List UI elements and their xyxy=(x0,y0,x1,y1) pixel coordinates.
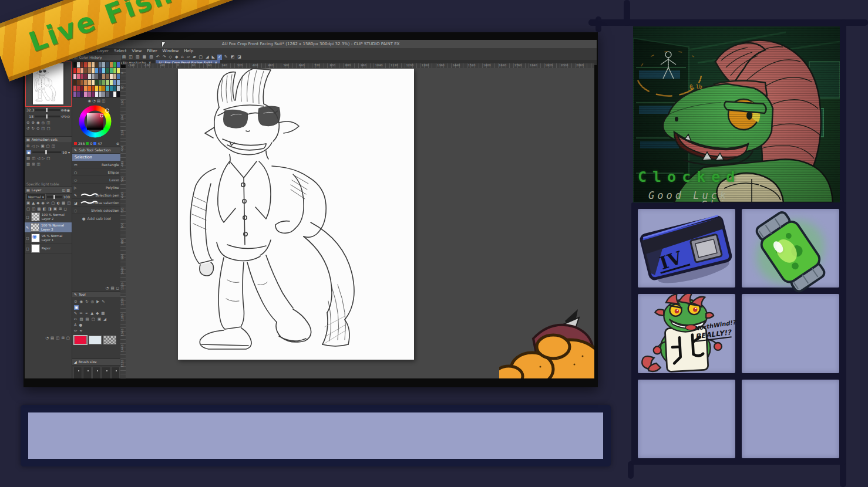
subtool-item-rectangle[interactable]: ▭Rectangle xyxy=(72,161,121,168)
color-swatch[interactable] xyxy=(77,74,80,79)
zoom-buttons[interactable]: ⊖⊕◉ xyxy=(61,108,70,112)
subtool-item-polyline[interactable]: ▷Polyline xyxy=(72,184,121,191)
color-swatch[interactable] xyxy=(117,68,120,73)
panel-icon[interactable]: ◫ xyxy=(32,207,35,211)
color-swatch[interactable] xyxy=(110,62,113,67)
toolbar-icon[interactable]: ◣ xyxy=(211,55,216,60)
color-swatch[interactable] xyxy=(92,80,95,85)
subtool-item-lasso[interactable]: ◌Lasso xyxy=(72,176,121,184)
color-swatch[interactable] xyxy=(73,80,76,85)
panel-icon[interactable]: ◧ xyxy=(42,207,46,211)
panel-icon[interactable]: ▤ xyxy=(86,317,89,322)
panel-icon[interactable]: ▢ xyxy=(51,201,55,205)
color-swatch[interactable] xyxy=(77,68,80,73)
color-swatch[interactable] xyxy=(95,68,98,73)
panel-icon[interactable]: ▲ xyxy=(32,201,35,205)
panel-icon[interactable]: ◉ xyxy=(36,120,40,125)
color-swatch[interactable] xyxy=(113,68,116,73)
toolbar-icon[interactable]: ▧ xyxy=(149,55,154,60)
panel-icon[interactable]: ⊘ xyxy=(46,201,49,205)
color-swatch[interactable] xyxy=(73,62,76,67)
tool-row[interactable]: ✂▨▤▢▣◢ xyxy=(73,316,120,322)
toolbar-icon[interactable]: ▱ xyxy=(186,55,190,60)
panel-icon[interactable]: ◻ xyxy=(116,286,119,290)
animation-folder-row[interactable]: ▤◫◁▷▢ xyxy=(25,155,72,161)
panel-icon[interactable]: ● xyxy=(79,323,82,327)
color-swatch[interactable] xyxy=(106,74,109,79)
panel-icon[interactable]: ✎ xyxy=(74,311,77,316)
color-swatch[interactable] xyxy=(92,86,95,91)
rotate-track[interactable] xyxy=(35,116,60,117)
subtool-footer-buttons[interactable]: ◔▤◻ xyxy=(72,285,121,291)
selection-tool-active[interactable]: ▣ xyxy=(74,305,79,310)
cel-track[interactable] xyxy=(32,151,62,153)
toolbar-icon[interactable]: ◇ xyxy=(169,55,173,60)
panel-icon[interactable]: ▷ xyxy=(36,144,39,148)
animation-extra-row[interactable]: ▥⊞◫ xyxy=(25,161,72,167)
panel-icon[interactable]: ↺ xyxy=(26,126,29,131)
panel-icon[interactable]: ▣ xyxy=(97,317,101,322)
brush-size-option[interactable]: 1.5 xyxy=(92,367,101,378)
color-swatch[interactable] xyxy=(80,68,83,73)
panel-icon[interactable]: ▣ xyxy=(53,207,57,211)
color-swatch[interactable] xyxy=(77,92,80,97)
color-swatch[interactable] xyxy=(84,92,87,97)
navigator-rotate-slider[interactable]: 18 ↺↻⊙ xyxy=(25,113,72,120)
panel-icon[interactable]: ⊙ xyxy=(74,299,77,304)
panel-icon[interactable]: ◫ xyxy=(52,144,55,148)
inventory-slot-empty[interactable] xyxy=(742,380,839,458)
panel-icon[interactable]: ▢ xyxy=(26,207,30,211)
color-swatch[interactable] xyxy=(102,68,105,73)
panel-icon[interactable]: ▦ xyxy=(62,201,65,205)
panel-icon[interactable]: ▷ xyxy=(42,156,45,161)
color-swatch[interactable] xyxy=(110,68,113,73)
color-swatch[interactable] xyxy=(92,68,95,73)
color-swatch[interactable] xyxy=(92,92,95,97)
color-swatch[interactable] xyxy=(110,92,113,97)
toolbar-icon[interactable]: ✓ xyxy=(217,55,222,60)
panel-icon[interactable]: ◐ xyxy=(56,201,60,205)
layer-tool-row[interactable]: ▣▲◆◉⊘▢◐▦◫ xyxy=(25,200,72,206)
panel-icon[interactable]: ◆ xyxy=(36,201,39,205)
add-subtool-row[interactable]: ● Add sub tool xyxy=(72,214,121,222)
color-swatch[interactable] xyxy=(80,74,83,79)
panel-icon[interactable]: ◫ xyxy=(37,162,41,167)
panel-icon[interactable]: ↻ xyxy=(31,126,34,131)
color-swatch[interactable] xyxy=(99,74,102,79)
panel-icon[interactable]: ◨ xyxy=(48,207,52,211)
zoom-track[interactable] xyxy=(35,109,60,111)
panel-icon[interactable]: ◎ xyxy=(42,120,45,125)
panel-icon[interactable]: ◫ xyxy=(67,201,70,205)
cel-icon[interactable]: ▣ xyxy=(26,150,31,154)
color-swatch[interactable] xyxy=(84,62,87,67)
color-swatch[interactable] xyxy=(84,80,87,85)
color-swatch[interactable] xyxy=(88,62,91,67)
color-swatch[interactable] xyxy=(73,74,76,79)
color-swatch[interactable] xyxy=(102,62,105,67)
panel-icon[interactable]: ◎ xyxy=(91,299,95,304)
color-swatch[interactable] xyxy=(73,92,76,97)
color-swatch[interactable] xyxy=(77,86,80,91)
color-swatch[interactable] xyxy=(99,86,102,91)
brush-size-option[interactable]: 1 xyxy=(83,367,92,378)
navigator-tool-row[interactable]: ⊖⊕◉◎◫ xyxy=(25,120,72,126)
toolbar-icon[interactable]: ▤ xyxy=(122,55,127,60)
color-swatch[interactable] xyxy=(117,62,120,67)
panel-icon[interactable]: ⊖ xyxy=(26,120,29,125)
rotate-buttons[interactable]: ↺↻⊙ xyxy=(61,114,70,119)
panel-icon[interactable]: ◁ xyxy=(31,144,34,148)
brush-size-option[interactable]: 2.5 xyxy=(111,367,120,378)
color-swatch[interactable] xyxy=(73,68,76,73)
panel-icon[interactable]: ⊞ xyxy=(61,336,64,340)
panel-icon[interactable]: ✂ xyxy=(74,317,77,322)
panel-icon[interactable]: ◫ xyxy=(56,336,59,340)
color-swatch[interactable] xyxy=(106,92,109,97)
menu-view[interactable]: View xyxy=(132,48,142,55)
tool-row[interactable]: ✎✏✒▲◆▩ xyxy=(73,310,120,316)
color-swatch[interactable] xyxy=(73,86,76,91)
color-swatch[interactable] xyxy=(117,86,120,91)
panel-icon[interactable]: ◁ xyxy=(37,156,40,161)
color-swatch[interactable] xyxy=(92,74,95,79)
color-swatch[interactable] xyxy=(80,92,83,97)
panel-icon[interactable]: ▤ xyxy=(110,286,114,290)
